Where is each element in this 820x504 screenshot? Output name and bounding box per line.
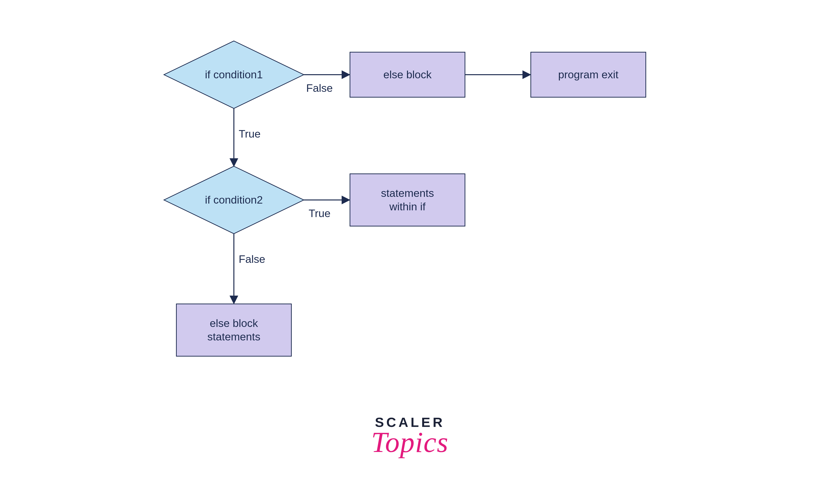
edge-label-cond1-false: False	[306, 82, 333, 94]
rect-stmts-within-if: statements within if	[350, 173, 465, 226]
edge-label-cond2-true: True	[309, 207, 331, 220]
rect-else-block-stmts: else block statements	[176, 304, 292, 357]
flowchart-canvas: if condition1 if condition2 else block p…	[0, 0, 820, 504]
logo-line2: Topics	[357, 426, 463, 459]
diamond-cond1: if condition1	[164, 41, 304, 108]
rect-stmts-within-if-label: statements within if	[381, 186, 434, 214]
rect-program-exit: program exit	[530, 52, 646, 98]
diamond-cond2-label: if condition2	[205, 193, 263, 207]
rect-else-block-label: else block	[383, 68, 432, 81]
diamond-cond2: if condition2	[164, 166, 304, 234]
scaler-topics-logo: SCALER Topics	[357, 414, 463, 459]
edge-label-cond1-true: True	[239, 128, 261, 140]
rect-program-exit-label: program exit	[558, 68, 619, 81]
diamond-cond1-label: if condition1	[205, 68, 263, 81]
rect-else-block: else block	[350, 52, 465, 98]
edge-label-cond2-false: False	[239, 253, 265, 265]
rect-else-block-stmts-label: else block statements	[208, 317, 261, 344]
